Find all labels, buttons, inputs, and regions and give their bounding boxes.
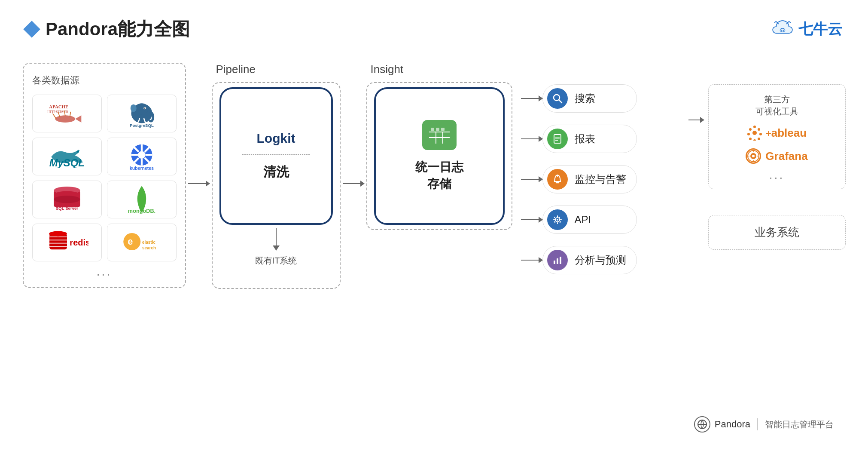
pipeline-label: Pipeline — [212, 63, 341, 76]
pandora-footer-logo: Pandora — [694, 416, 750, 433]
thirdparty-wrapper: 第三方 可视化工具 — [708, 84, 846, 250]
right-panel: 第三方 可视化工具 — [688, 84, 846, 250]
search-pill-icon — [547, 88, 568, 109]
tableau-area: +ableau — [720, 125, 834, 141]
pandora-circle-icon — [694, 416, 710, 433]
analysis-label: 分析与预测 — [575, 253, 626, 267]
insight-section: Insight — [366, 63, 512, 230]
svg-point-78 — [758, 128, 760, 131]
output-arrow-report — [521, 138, 542, 139]
report-pill-icon — [547, 129, 568, 149]
svg-text:elastic: elastic — [142, 240, 155, 245]
svg-rect-68 — [553, 219, 555, 220]
diamond-icon — [23, 21, 40, 38]
svg-point-33 — [54, 196, 80, 203]
svg-text:PostgreSQL: PostgreSQL — [130, 123, 154, 128]
logkit-divider — [242, 154, 310, 155]
monitor-pill-icon — [547, 169, 568, 190]
biz-row: 业务系统 — [708, 202, 846, 250]
title-text: Pandora能力全图 — [46, 17, 190, 41]
mongodb-logo-cell: mongoDB. — [107, 181, 177, 218]
k8s-logo-cell: kubernetes — [107, 138, 177, 175]
apache-logo-cell: APACHE HTTP SERVER — [32, 95, 102, 132]
svg-rect-53 — [431, 128, 434, 131]
pipeline-section: Pipeline Logkit 清洗 既有IT系统 — [212, 63, 341, 289]
svg-marker-6 — [75, 115, 81, 123]
svg-point-12 — [135, 103, 149, 114]
pipeline-down-arrow — [219, 228, 333, 251]
qiniu-logo: 七牛云 — [772, 19, 842, 40]
biz-label: 业务系统 — [755, 225, 799, 240]
logkit-box: Logkit 清洗 — [219, 87, 333, 225]
insight-storage-text: 统一日志存储 — [415, 159, 463, 192]
thirdparty-upper-box: 第三方 可视化工具 — [708, 84, 846, 189]
svg-rect-71 — [559, 221, 561, 223]
output-arrow-analysis — [521, 260, 542, 261]
monitor-label: 监控与告警 — [575, 172, 626, 186]
pipeline-down-line — [276, 228, 277, 245]
pill-search: 搜索 — [542, 84, 637, 113]
svg-rect-74 — [554, 261, 555, 264]
svg-text:redis: redis — [70, 238, 88, 247]
output-section: 搜索 报表 — [521, 84, 676, 274]
datasources-dots: ... — [32, 265, 177, 279]
insight-box: 统一日志存储 — [374, 87, 505, 225]
output-row-report: 报表 — [521, 125, 676, 153]
report-label: 报表 — [575, 132, 595, 146]
insight-icon — [422, 120, 457, 150]
mysql-logo-cell: MySQL — [32, 138, 102, 175]
qiniu-text: 七牛云 — [798, 19, 842, 39]
svg-point-20 — [138, 151, 146, 159]
svg-rect-67 — [557, 222, 558, 224]
page-wrapper: Pandora能力全图 七牛云 — [0, 0, 868, 454]
svg-point-1 — [781, 29, 782, 30]
svg-text:MySQL: MySQL — [49, 156, 84, 167]
third-arrow-1 — [688, 120, 704, 120]
svg-point-63 — [557, 175, 558, 177]
svg-point-88 — [752, 155, 755, 157]
output-row-monitor: 监控与告警 — [521, 165, 676, 193]
svg-point-81 — [753, 139, 756, 141]
arrow-ds-to-pipeline — [186, 183, 212, 184]
output-arrow-api — [521, 219, 542, 220]
svg-rect-54 — [436, 128, 439, 131]
existing-it-label: 既有IT系统 — [219, 255, 333, 267]
header: Pandora能力全图 七牛云 — [26, 17, 842, 41]
svg-rect-73 — [554, 221, 555, 223]
tableau-logo: +ableau — [747, 125, 807, 141]
svg-point-77 — [753, 126, 756, 128]
logkit-sub: 清洗 — [263, 163, 289, 181]
svg-point-5 — [55, 115, 75, 123]
thirdparty-title: 第三方 可视化工具 — [720, 93, 834, 117]
svg-rect-70 — [554, 216, 555, 218]
logkit-title: Logkit — [257, 131, 295, 146]
qiniu-icon — [772, 19, 793, 40]
svg-point-13 — [130, 104, 136, 112]
svg-text:e: e — [128, 236, 133, 247]
datasources-label: 各类数据源 — [32, 74, 177, 87]
svg-point-42 — [49, 231, 67, 236]
svg-point-82 — [749, 138, 752, 140]
svg-rect-69 — [560, 219, 562, 220]
svg-rect-55 — [441, 128, 445, 131]
svg-line-57 — [559, 100, 562, 103]
svg-point-80 — [758, 138, 760, 140]
svg-point-83 — [747, 133, 750, 135]
output-arrow-search — [521, 98, 542, 99]
logo-grid: APACHE HTTP SERVER — [32, 95, 177, 261]
thirdparty-arrows-col — [688, 120, 704, 215]
biz-box: 业务系统 — [708, 215, 846, 250]
arrow-line-1 — [188, 183, 210, 184]
svg-rect-75 — [557, 258, 558, 264]
output-row-analysis: 分析与预测 — [521, 246, 676, 274]
footer-tagline: 智能日志管理平台 — [765, 419, 834, 430]
insight-label: Insight — [366, 63, 512, 76]
api-label: API — [575, 214, 591, 226]
svg-text:search: search — [142, 245, 155, 250]
footer-brand: Pandora — [715, 419, 750, 430]
output-row-api: API — [521, 206, 676, 234]
analysis-pill-icon — [547, 250, 568, 270]
pill-analysis: 分析与预测 — [542, 246, 637, 274]
pill-report: 报表 — [542, 125, 637, 153]
svg-text:APACHE: APACHE — [49, 104, 68, 109]
